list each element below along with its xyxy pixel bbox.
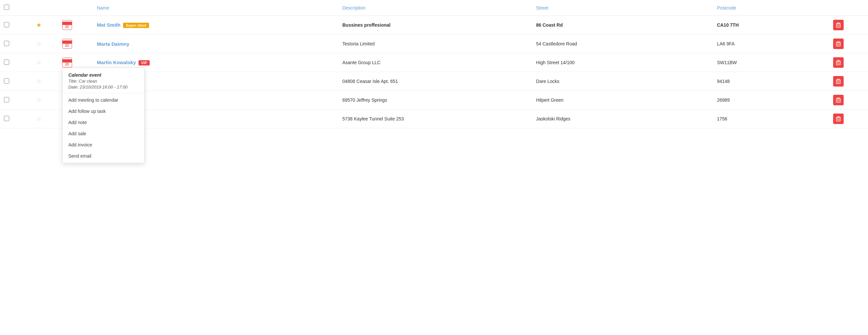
contact-badge-super: Super client xyxy=(123,23,149,28)
delete-button[interactable] xyxy=(833,20,844,30)
contact-postcode: 1758 xyxy=(717,116,727,121)
popup-menu-item-2[interactable]: Add follow up task xyxy=(63,105,144,117)
contact-postcode: 94148 xyxy=(717,79,730,84)
header-delete-col xyxy=(829,0,868,16)
trash-icon xyxy=(836,41,841,47)
popup-menu-item-5[interactable]: Add invoice xyxy=(63,139,144,150)
contact-name-link[interactable]: Marta Daimny xyxy=(97,41,129,47)
contact-description: 69570 Jeffrey Springs xyxy=(342,97,387,103)
svg-rect-2 xyxy=(836,61,840,65)
favorite-star-icon[interactable]: ☆ xyxy=(36,116,41,122)
contact-badge-vip: VIP xyxy=(138,60,150,65)
trash-icon xyxy=(836,22,841,28)
contact-street: High Street 14/100 xyxy=(536,60,575,65)
popup-event-name: Title: Car clean xyxy=(68,79,138,84)
svg-rect-3 xyxy=(836,80,840,84)
calendar-day-number: 22 xyxy=(65,25,69,29)
header-postcode: Postcode xyxy=(713,0,829,16)
header-name: Name xyxy=(93,0,339,16)
table-row: ☆23Calendar eventTitle: Car cleanDate: 2… xyxy=(0,53,868,72)
header-star-col xyxy=(32,0,58,16)
calendar-icon[interactable]: 23 xyxy=(62,58,72,67)
row-checkbox[interactable] xyxy=(4,78,9,84)
table-row: ★22Mat SmithSuper clientBussines proffes… xyxy=(0,16,868,35)
contact-street: Jaskolski Ridges xyxy=(536,116,570,121)
trash-icon xyxy=(836,60,841,65)
favorite-star-icon[interactable]: ☆ xyxy=(36,40,41,47)
popup-menu-item-3[interactable]: Add note xyxy=(63,117,144,128)
contacts-table-container: Name Description Street Postcode ★22Mat … xyxy=(0,0,868,335)
contact-description: 04808 Ceasar Isle Apt. 651 xyxy=(342,79,398,84)
favorite-star-icon[interactable]: ★ xyxy=(36,22,41,28)
contact-postcode: CA10 7TH xyxy=(717,22,739,28)
header-description: Description xyxy=(338,0,532,16)
header-street: Street xyxy=(532,0,713,16)
popup-menu-item-4[interactable]: Add sale xyxy=(63,128,144,139)
contacts-table: Name Description Street Postcode ★22Mat … xyxy=(0,0,868,128)
row-checkbox[interactable] xyxy=(4,116,9,121)
select-all-checkbox[interactable] xyxy=(4,5,9,10)
calendar-icon[interactable]: 22 xyxy=(62,20,72,30)
header-checkbox-col xyxy=(0,0,32,16)
svg-rect-5 xyxy=(836,118,840,121)
popup-event-date: Date: 23/10/2019 16:00 - 17:00 xyxy=(68,85,138,90)
contact-name-link[interactable]: Martin Kowalsky xyxy=(97,60,136,65)
svg-rect-1 xyxy=(836,42,840,46)
popup-menu-item-1[interactable]: Add meeting to calendar xyxy=(63,94,144,105)
delete-button[interactable] xyxy=(833,38,844,49)
delete-button[interactable] xyxy=(833,114,844,124)
popup-header: Calendar eventTitle: Car cleanDate: 23/1… xyxy=(63,72,144,93)
svg-rect-4 xyxy=(836,99,840,102)
calendar-day-number: 23 xyxy=(65,63,69,66)
row-checkbox[interactable] xyxy=(4,97,9,102)
row-checkbox[interactable] xyxy=(4,60,9,65)
contact-postcode: 26989 xyxy=(717,97,730,103)
row-checkbox[interactable] xyxy=(4,22,9,27)
popup-event-title: Calendar event xyxy=(68,72,138,78)
table-header-row: Name Description Street Postcode xyxy=(0,0,868,16)
favorite-star-icon[interactable]: ☆ xyxy=(36,59,41,66)
trash-icon xyxy=(836,97,841,103)
calendar-event-popup: Calendar eventTitle: Car cleanDate: 23/1… xyxy=(62,67,145,163)
delete-button[interactable] xyxy=(833,57,844,68)
popup-menu-item-6[interactable]: Send email xyxy=(63,150,144,161)
contact-postcode: LA6 9FA xyxy=(717,41,735,47)
contact-street: Hilpert Green xyxy=(536,97,563,103)
contact-description: 5738 Kaylee Tunnel Suite 253 xyxy=(342,116,404,121)
table-row: ☆23Marta DaimnyTestoria Limited54 Castle… xyxy=(0,35,868,53)
contact-description: Asante Group LLC xyxy=(342,60,380,65)
svg-rect-0 xyxy=(836,24,840,27)
contact-street: 86 Coast Rd xyxy=(536,22,563,28)
delete-button[interactable] xyxy=(833,95,844,105)
trash-icon xyxy=(836,116,841,121)
favorite-star-icon[interactable]: ☆ xyxy=(36,78,41,85)
favorite-star-icon[interactable]: ☆ xyxy=(36,97,41,103)
calendar-icon[interactable]: 23 xyxy=(62,39,72,49)
row-checkbox[interactable] xyxy=(4,41,9,46)
delete-button[interactable] xyxy=(833,76,844,87)
contact-postcode: SW11BW xyxy=(717,60,737,65)
table-body: ★22Mat SmithSuper clientBussines proffes… xyxy=(0,16,868,128)
contact-description: Bussines proffesional xyxy=(342,22,390,28)
contact-street: Dare Locks xyxy=(536,79,559,84)
contact-street: 54 Castledore Road xyxy=(536,41,577,47)
contact-description: Testoria Limited xyxy=(342,41,374,47)
header-cal-col xyxy=(58,0,93,16)
trash-icon xyxy=(836,79,841,84)
calendar-day-number: 23 xyxy=(65,44,69,48)
contact-name-link[interactable]: Mat Smith xyxy=(97,22,121,28)
